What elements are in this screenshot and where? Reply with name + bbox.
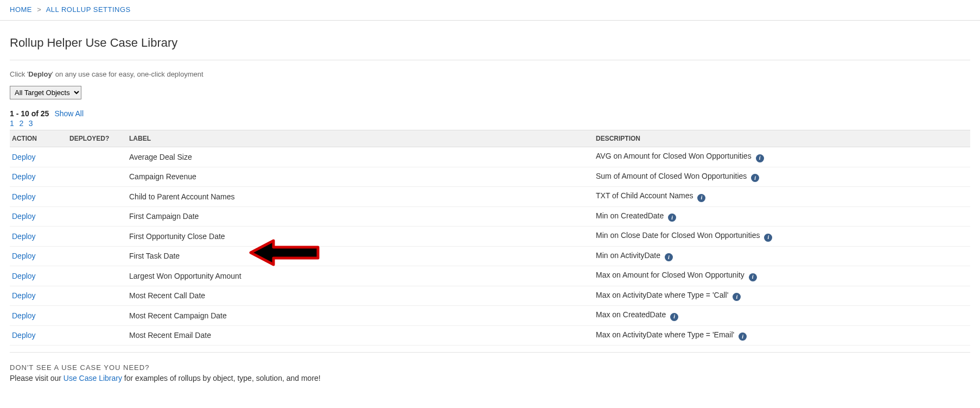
page-3-link[interactable]: 3 [29, 119, 33, 128]
label-cell: Campaign Revenue [129, 167, 596, 187]
column-header-description: DESCRIPTION [596, 130, 970, 147]
description-cell: Min on CreatedDate i [596, 206, 970, 227]
deploy-link[interactable]: Deploy [12, 331, 36, 340]
info-icon[interactable]: i [668, 214, 676, 222]
deploy-link[interactable]: Deploy [12, 311, 36, 320]
deployed-cell [69, 167, 129, 187]
label-cell: First Campaign Date [129, 206, 596, 227]
deployed-cell [69, 187, 129, 207]
column-header-label: LABEL [129, 130, 596, 147]
use-case-library-link[interactable]: Use Case Library [63, 374, 122, 382]
table-row: DeployFirst Opportunity Close DateMin on… [10, 227, 970, 247]
info-icon[interactable]: i [733, 293, 741, 301]
label-cell: First Opportunity Close Date [129, 227, 596, 247]
info-icon[interactable]: i [756, 154, 764, 162]
description-cell: AVG on Amount for Closed Won Opportuniti… [596, 147, 970, 167]
breadcrumb-separator: > [37, 5, 41, 14]
deploy-link[interactable]: Deploy [12, 172, 36, 181]
label-cell: Average Deal Size [129, 147, 596, 167]
page-title: Rollup Helper Use Case Library [10, 36, 970, 60]
description-cell: Max on ActivityDate where Type = 'Email'… [596, 325, 970, 346]
table-row: DeployMost Recent Campaign DateMax on Cr… [10, 306, 970, 326]
description-cell: Sum of Amount of Closed Won Opportunitie… [596, 167, 970, 187]
deploy-link[interactable]: Deploy [12, 272, 36, 280]
pagination-range: 1 - 10 of 25 [10, 109, 49, 118]
deployed-cell [69, 325, 129, 346]
label-cell: Most Recent Campaign Date [129, 306, 596, 326]
deployed-cell [69, 266, 129, 286]
info-icon[interactable]: i [697, 194, 705, 202]
table-row: DeployAverage Deal SizeAVG on Amount for… [10, 147, 970, 167]
target-object-select[interactable]: All Target Objects [10, 86, 81, 99]
description-cell: Max on ActivityDate where Type = 'Call' … [596, 286, 970, 306]
deploy-link[interactable]: Deploy [12, 212, 36, 221]
page-2-link[interactable]: 2 [19, 119, 23, 128]
show-all-link[interactable]: Show All [54, 109, 84, 118]
description-cell: TXT of Child Account Names i [596, 187, 970, 207]
deployed-cell [69, 246, 129, 266]
breadcrumb: HOME > ALL ROLLUP SETTINGS [0, 0, 980, 21]
table-row: DeployMost Recent Email DateMax on Activ… [10, 325, 970, 346]
deployed-cell [69, 286, 129, 306]
deploy-link[interactable]: Deploy [12, 252, 36, 260]
label-cell: Most Recent Email Date [129, 325, 596, 346]
deployed-cell [69, 227, 129, 247]
info-icon[interactable]: i [749, 273, 757, 281]
table-row: DeployCampaign RevenueSum of Amount of C… [10, 167, 970, 187]
info-icon[interactable]: i [751, 174, 759, 182]
info-icon[interactable]: i [764, 234, 772, 242]
description-cell: Max on CreatedDate i [596, 306, 970, 326]
label-cell: Most Recent Call Date [129, 286, 596, 306]
label-cell: Child to Parent Account Names [129, 187, 596, 207]
table-row: DeployChild to Parent Account NamesTXT o… [10, 187, 970, 207]
breadcrumb-current-link[interactable]: ALL ROLLUP SETTINGS [46, 5, 131, 14]
info-icon[interactable]: i [665, 253, 673, 261]
deploy-link[interactable]: Deploy [12, 232, 36, 241]
description-cell: Min on Close Date for Closed Won Opportu… [596, 227, 970, 247]
label-cell: Largest Won Opportunity Amount [129, 266, 596, 286]
deployed-cell [69, 147, 129, 167]
deploy-link[interactable]: Deploy [12, 153, 36, 161]
info-icon[interactable]: i [739, 332, 747, 341]
deploy-link[interactable]: Deploy [12, 291, 36, 300]
column-header-deployed: DEPLOYED? [69, 130, 129, 147]
column-header-action: ACTION [10, 130, 69, 147]
instruction-text: Click 'Deploy' on any use case for easy,… [10, 70, 970, 78]
description-cell: Min on ActivityDate i [596, 246, 970, 266]
table-row: DeployFirst Campaign DateMin on CreatedD… [10, 206, 970, 227]
deployed-cell [69, 306, 129, 326]
page-1-link[interactable]: 1 [10, 119, 14, 128]
pagination-pages: 1 2 3 [10, 119, 970, 128]
breadcrumb-home-link[interactable]: HOME [10, 5, 32, 14]
label-cell: First Task Date [129, 246, 596, 266]
deploy-link[interactable]: Deploy [12, 192, 36, 201]
use-case-table: ACTION DEPLOYED? LABEL DESCRIPTION Deplo… [10, 130, 970, 346]
deployed-cell [69, 206, 129, 227]
footer-heading: DON'T SEE A USE CASE YOU NEED? [10, 363, 970, 372]
info-icon[interactable]: i [670, 313, 678, 321]
table-row: DeployMost Recent Call DateMax on Activi… [10, 286, 970, 306]
description-cell: Max on Amount for Closed Won Opportunity… [596, 266, 970, 286]
footer-text: Please visit our Use Case Library for ex… [10, 374, 970, 382]
table-row: DeployLargest Won Opportunity AmountMax … [10, 266, 970, 286]
table-row: DeployFirst Task DateMin on ActivityDate… [10, 246, 970, 266]
